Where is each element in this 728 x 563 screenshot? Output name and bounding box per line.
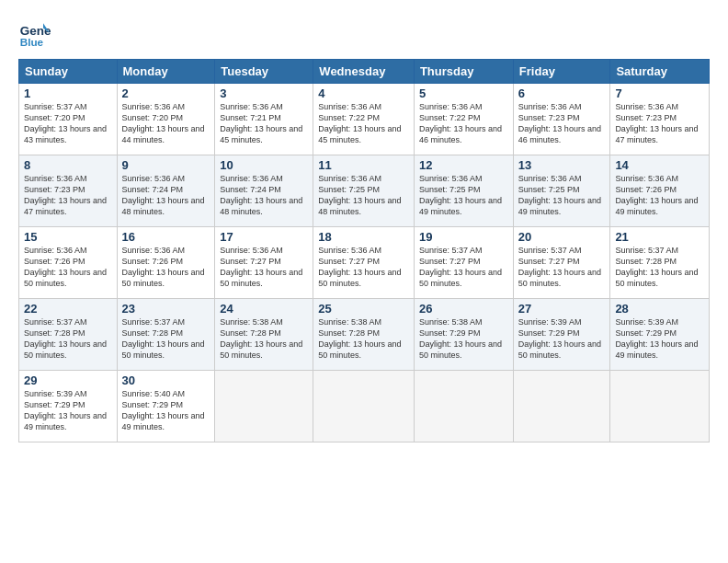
day-number: 23 (122, 302, 210, 316)
logo-icon: General Blue (18, 17, 51, 50)
day-number: 14 (615, 158, 704, 172)
calendar-cell (215, 371, 313, 442)
day-info: Sunrise: 5:36 AMSunset: 7:22 PMDaylight:… (318, 101, 409, 146)
col-header-sunday: Sunday (19, 60, 118, 84)
calendar-cell: 5Sunrise: 5:36 AMSunset: 7:22 PMDaylight… (414, 84, 513, 155)
day-info: Sunrise: 5:36 AMSunset: 7:21 PMDaylight:… (220, 101, 308, 146)
day-number: 25 (318, 302, 409, 316)
calendar-cell: 14Sunrise: 5:36 AMSunset: 7:26 PMDayligh… (610, 155, 710, 227)
day-number: 8 (24, 158, 112, 172)
calendar-cell: 3Sunrise: 5:36 AMSunset: 7:21 PMDaylight… (215, 84, 313, 155)
calendar-week-1: 1Sunrise: 5:37 AMSunset: 7:20 PMDaylight… (19, 84, 710, 155)
day-number: 18 (318, 230, 409, 244)
day-number: 6 (518, 86, 606, 100)
day-number: 12 (419, 158, 508, 172)
calendar-cell: 7Sunrise: 5:36 AMSunset: 7:23 PMDaylight… (610, 84, 710, 155)
calendar-cell: 23Sunrise: 5:37 AMSunset: 7:28 PMDayligh… (117, 299, 215, 371)
day-number: 5 (419, 86, 508, 100)
calendar-cell: 15Sunrise: 5:36 AMSunset: 7:26 PMDayligh… (19, 227, 118, 299)
day-info: Sunrise: 5:36 AMSunset: 7:20 PMDaylight:… (122, 101, 210, 146)
day-number: 27 (518, 302, 606, 316)
day-info: Sunrise: 5:36 AMSunset: 7:24 PMDaylight:… (220, 173, 308, 218)
logo: General Blue (18, 17, 51, 50)
calendar-cell (513, 371, 610, 442)
calendar-cell: 11Sunrise: 5:36 AMSunset: 7:25 PMDayligh… (313, 155, 415, 227)
day-number: 15 (24, 230, 112, 244)
calendar-cell: 21Sunrise: 5:37 AMSunset: 7:28 PMDayligh… (610, 227, 710, 299)
calendar-cell: 30Sunrise: 5:40 AMSunset: 7:29 PMDayligh… (117, 371, 215, 442)
col-header-tuesday: Tuesday (215, 60, 313, 84)
day-info: Sunrise: 5:37 AMSunset: 7:20 PMDaylight:… (24, 101, 112, 146)
day-info: Sunrise: 5:36 AMSunset: 7:24 PMDaylight:… (122, 173, 210, 218)
day-info: Sunrise: 5:37 AMSunset: 7:27 PMDaylight:… (419, 245, 508, 290)
col-header-saturday: Saturday (610, 60, 710, 84)
day-info: Sunrise: 5:40 AMSunset: 7:29 PMDaylight:… (122, 388, 210, 433)
day-info: Sunrise: 5:36 AMSunset: 7:22 PMDaylight:… (419, 101, 508, 146)
day-number: 3 (220, 86, 308, 100)
calendar-cell: 4Sunrise: 5:36 AMSunset: 7:22 PMDaylight… (313, 84, 415, 155)
day-info: Sunrise: 5:37 AMSunset: 7:27 PMDaylight:… (518, 245, 606, 290)
day-info: Sunrise: 5:36 AMSunset: 7:23 PMDaylight:… (518, 101, 606, 146)
day-number: 28 (615, 302, 704, 316)
calendar-week-3: 15Sunrise: 5:36 AMSunset: 7:26 PMDayligh… (19, 227, 710, 299)
day-info: Sunrise: 5:36 AMSunset: 7:26 PMDaylight:… (122, 245, 210, 290)
day-number: 26 (419, 302, 508, 316)
day-number: 17 (220, 230, 308, 244)
calendar-cell: 18Sunrise: 5:36 AMSunset: 7:27 PMDayligh… (313, 227, 415, 299)
day-info: Sunrise: 5:38 AMSunset: 7:28 PMDaylight:… (318, 316, 409, 362)
calendar-cell: 24Sunrise: 5:38 AMSunset: 7:28 PMDayligh… (215, 299, 313, 371)
calendar-cell: 20Sunrise: 5:37 AMSunset: 7:27 PMDayligh… (513, 227, 610, 299)
col-header-thursday: Thursday (414, 60, 513, 84)
day-number: 2 (122, 86, 210, 100)
day-info: Sunrise: 5:36 AMSunset: 7:25 PMDaylight:… (318, 173, 409, 218)
calendar-cell: 29Sunrise: 5:39 AMSunset: 7:29 PMDayligh… (19, 371, 118, 442)
day-info: Sunrise: 5:36 AMSunset: 7:25 PMDaylight:… (518, 173, 606, 218)
day-info: Sunrise: 5:36 AMSunset: 7:27 PMDaylight:… (220, 245, 308, 290)
calendar-cell: 25Sunrise: 5:38 AMSunset: 7:28 PMDayligh… (313, 299, 415, 371)
col-header-friday: Friday (513, 60, 610, 84)
calendar-cell: 10Sunrise: 5:36 AMSunset: 7:24 PMDayligh… (215, 155, 313, 227)
calendar-cell: 19Sunrise: 5:37 AMSunset: 7:27 PMDayligh… (414, 227, 513, 299)
calendar-cell: 8Sunrise: 5:36 AMSunset: 7:23 PMDaylight… (19, 155, 118, 227)
calendar-cell: 28Sunrise: 5:39 AMSunset: 7:29 PMDayligh… (610, 299, 710, 371)
calendar-cell: 9Sunrise: 5:36 AMSunset: 7:24 PMDaylight… (117, 155, 215, 227)
day-number: 1 (24, 86, 112, 100)
day-info: Sunrise: 5:37 AMSunset: 7:28 PMDaylight:… (24, 316, 112, 362)
day-info: Sunrise: 5:39 AMSunset: 7:29 PMDaylight:… (24, 388, 112, 433)
calendar-cell: 2Sunrise: 5:36 AMSunset: 7:20 PMDaylight… (117, 84, 215, 155)
day-number: 10 (220, 158, 308, 172)
day-number: 13 (518, 158, 606, 172)
calendar-cell (313, 371, 415, 442)
col-header-monday: Monday (117, 60, 215, 84)
day-number: 16 (122, 230, 210, 244)
day-info: Sunrise: 5:36 AMSunset: 7:23 PMDaylight:… (24, 173, 112, 218)
day-number: 30 (122, 373, 210, 387)
calendar-week-2: 8Sunrise: 5:36 AMSunset: 7:23 PMDaylight… (19, 155, 710, 227)
day-info: Sunrise: 5:36 AMSunset: 7:27 PMDaylight:… (318, 245, 409, 290)
calendar-cell (610, 371, 710, 442)
day-info: Sunrise: 5:37 AMSunset: 7:28 PMDaylight:… (122, 316, 210, 362)
day-number: 4 (318, 86, 409, 100)
calendar-cell: 22Sunrise: 5:37 AMSunset: 7:28 PMDayligh… (19, 299, 118, 371)
day-number: 19 (419, 230, 508, 244)
day-info: Sunrise: 5:37 AMSunset: 7:28 PMDaylight:… (615, 245, 704, 290)
day-number: 24 (220, 302, 308, 316)
day-number: 11 (318, 158, 409, 172)
day-info: Sunrise: 5:39 AMSunset: 7:29 PMDaylight:… (615, 316, 704, 362)
day-info: Sunrise: 5:36 AMSunset: 7:26 PMDaylight:… (615, 173, 704, 218)
svg-text:Blue: Blue (20, 36, 44, 48)
day-number: 7 (615, 86, 704, 100)
calendar-cell: 6Sunrise: 5:36 AMSunset: 7:23 PMDaylight… (513, 84, 610, 155)
calendar-cell: 13Sunrise: 5:36 AMSunset: 7:25 PMDayligh… (513, 155, 610, 227)
calendar-cell: 1Sunrise: 5:37 AMSunset: 7:20 PMDaylight… (19, 84, 118, 155)
calendar-cell: 16Sunrise: 5:36 AMSunset: 7:26 PMDayligh… (117, 227, 215, 299)
calendar-cell (414, 371, 513, 442)
day-number: 9 (122, 158, 210, 172)
calendar-cell: 17Sunrise: 5:36 AMSunset: 7:27 PMDayligh… (215, 227, 313, 299)
day-number: 29 (24, 373, 112, 387)
day-info: Sunrise: 5:38 AMSunset: 7:28 PMDaylight:… (220, 316, 308, 362)
calendar-week-5: 29Sunrise: 5:39 AMSunset: 7:29 PMDayligh… (19, 371, 710, 442)
day-info: Sunrise: 5:39 AMSunset: 7:29 PMDaylight:… (518, 316, 606, 362)
day-info: Sunrise: 5:36 AMSunset: 7:25 PMDaylight:… (419, 173, 508, 218)
day-info: Sunrise: 5:38 AMSunset: 7:29 PMDaylight:… (419, 316, 508, 362)
